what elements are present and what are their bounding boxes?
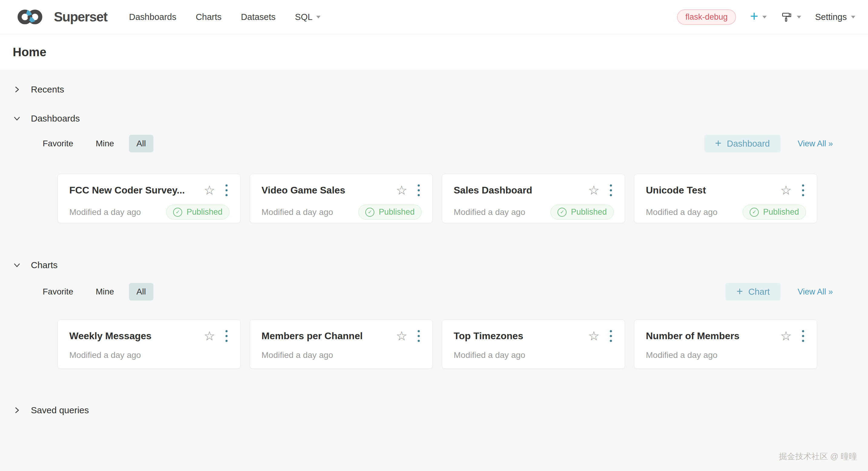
modified-text: Modified a day ago xyxy=(261,350,333,360)
published-badge-label: Published xyxy=(571,207,607,217)
chart-card-number-of-members[interactable]: Number of Members ☆ Modified a day ago xyxy=(634,319,817,369)
modified-text: Modified a day ago xyxy=(454,207,525,217)
chart-card-weekly-messages[interactable]: Weekly Messages ☆ Modified a day ago xyxy=(58,319,241,369)
card-title[interactable]: Unicode Test xyxy=(646,185,775,196)
published-badge: ✓ Published xyxy=(358,205,422,220)
check-circle-icon: ✓ xyxy=(750,208,759,217)
home-content: Recents Dashboards Favorite Mine All + D… xyxy=(0,70,868,471)
add-chart-button[interactable]: + Chart xyxy=(725,283,780,301)
caret-down-icon xyxy=(851,16,855,19)
modified-text: Modified a day ago xyxy=(454,350,525,360)
plus-icon: + xyxy=(736,286,743,297)
favorite-star-icon[interactable]: ☆ xyxy=(780,330,792,342)
dashboards-tab-all[interactable]: All xyxy=(129,135,153,153)
dashboard-card-fcc-new-coder-survey[interactable]: FCC New Coder Survey... ☆ Modified a day… xyxy=(58,174,241,223)
kebab-menu-icon[interactable] xyxy=(416,329,422,343)
kebab-menu-icon[interactable] xyxy=(800,183,806,197)
recents-section-toggle[interactable]: Recents xyxy=(13,82,64,96)
nav-item-charts[interactable]: Charts xyxy=(196,12,221,22)
favorite-star-icon[interactable]: ☆ xyxy=(204,330,215,342)
plus-icon: + xyxy=(715,138,721,149)
nav-item-datasets[interactable]: Datasets xyxy=(241,12,275,22)
dashboard-card-unicode-test[interactable]: Unicode Test ☆ Modified a day ago ✓ Publ… xyxy=(634,174,817,223)
superset-logo[interactable]: Superset xyxy=(13,7,107,26)
recents-section-label: Recents xyxy=(31,85,64,95)
favorite-star-icon[interactable]: ☆ xyxy=(396,184,407,197)
saved-queries-section-toggle[interactable]: Saved queries xyxy=(13,403,89,417)
card-title[interactable]: Sales Dashboard xyxy=(454,185,583,196)
card-title[interactable]: Top Timezones xyxy=(454,330,583,342)
modified-text: Modified a day ago xyxy=(646,207,718,217)
favorite-star-icon[interactable]: ☆ xyxy=(588,330,599,342)
paint-roller-icon xyxy=(780,11,793,23)
nav-item-sql[interactable]: SQL xyxy=(295,12,320,22)
dashboards-controls: Favorite Mine All + Dashboard View All » xyxy=(35,135,833,153)
watermark: 掘金技术社区 @ 曈曈 xyxy=(779,451,857,462)
published-badge-label: Published xyxy=(763,207,799,217)
check-circle-icon: ✓ xyxy=(557,208,566,217)
nav-item-sql-label: SQL xyxy=(295,12,313,22)
favorite-star-icon[interactable]: ☆ xyxy=(204,184,215,197)
favorite-star-icon[interactable]: ☆ xyxy=(588,184,599,197)
kebab-menu-icon[interactable] xyxy=(224,329,229,343)
chart-card-grid: Weekly Messages ☆ Modified a day ago Mem… xyxy=(58,319,817,369)
charts-actions: + Chart View All » xyxy=(725,283,833,301)
charts-controls: Favorite Mine All + Chart View All » xyxy=(35,283,833,301)
card-title[interactable]: FCC New Coder Survey... xyxy=(69,185,198,196)
chart-card-members-per-channel[interactable]: Members per Channel ☆ Modified a day ago xyxy=(250,319,433,369)
charts-view-all-link[interactable]: View All » xyxy=(798,287,833,297)
nav-item-dashboards[interactable]: Dashboards xyxy=(129,12,176,22)
environment-badge: flask-debug xyxy=(677,9,736,25)
kebab-menu-icon[interactable] xyxy=(416,183,422,197)
page-title: Home xyxy=(13,45,46,59)
theme-menu[interactable] xyxy=(780,11,801,23)
dashboards-actions: + Dashboard View All » xyxy=(704,135,833,153)
dashboards-tabs: Favorite Mine All xyxy=(35,135,153,153)
favorite-star-icon[interactable]: ☆ xyxy=(396,330,407,342)
chevron-right-icon xyxy=(13,85,21,94)
caret-down-icon xyxy=(316,16,320,19)
caret-down-icon xyxy=(797,16,801,19)
dashboards-tab-favorite[interactable]: Favorite xyxy=(35,135,81,153)
dashboards-view-all-link[interactable]: View All » xyxy=(798,139,833,148)
settings-menu[interactable]: Settings xyxy=(815,12,855,22)
card-title[interactable]: Members per Channel xyxy=(261,330,391,342)
modified-text: Modified a day ago xyxy=(69,207,141,217)
modified-text: Modified a day ago xyxy=(261,207,333,217)
published-badge: ✓ Published xyxy=(551,205,614,220)
charts-tabs: Favorite Mine All xyxy=(35,283,153,301)
settings-label: Settings xyxy=(815,12,847,22)
add-dashboard-button[interactable]: + Dashboard xyxy=(704,135,781,153)
charts-tab-favorite[interactable]: Favorite xyxy=(35,283,81,301)
card-title[interactable]: Weekly Messages xyxy=(69,330,198,342)
nav-right: flask-debug + Settings xyxy=(677,9,855,25)
charts-tab-all[interactable]: All xyxy=(129,283,153,301)
card-title[interactable]: Video Game Sales xyxy=(261,185,391,196)
brand-name: Superset xyxy=(54,9,107,25)
card-title[interactable]: Number of Members xyxy=(646,330,775,342)
published-badge-label: Published xyxy=(379,207,415,217)
chevron-down-icon xyxy=(13,114,21,123)
add-dashboard-label: Dashboard xyxy=(727,139,770,149)
charts-tab-mine[interactable]: Mine xyxy=(88,283,122,301)
add-chart-label: Chart xyxy=(748,287,770,297)
saved-queries-section-label: Saved queries xyxy=(31,405,89,415)
modified-text: Modified a day ago xyxy=(646,350,718,360)
kebab-menu-icon[interactable] xyxy=(800,329,806,343)
dashboards-section-toggle[interactable]: Dashboards xyxy=(13,111,80,126)
kebab-menu-icon[interactable] xyxy=(608,329,614,343)
kebab-menu-icon[interactable] xyxy=(608,183,614,197)
caret-down-icon xyxy=(763,16,767,19)
dashboard-card-video-game-sales[interactable]: Video Game Sales ☆ Modified a day ago ✓ … xyxy=(250,174,433,223)
dashboard-card-sales-dashboard[interactable]: Sales Dashboard ☆ Modified a day ago ✓ P… xyxy=(442,174,625,223)
new-item-menu[interactable]: + xyxy=(750,11,767,23)
dashboards-tab-mine[interactable]: Mine xyxy=(88,135,122,153)
charts-section-toggle[interactable]: Charts xyxy=(13,258,58,272)
kebab-menu-icon[interactable] xyxy=(224,183,229,197)
published-badge: ✓ Published xyxy=(166,205,229,220)
dashboard-card-grid: FCC New Coder Survey... ☆ Modified a day… xyxy=(58,174,817,223)
chart-card-top-timezones[interactable]: Top Timezones ☆ Modified a day ago xyxy=(442,319,625,369)
favorite-star-icon[interactable]: ☆ xyxy=(780,184,792,197)
nav-menu: Dashboards Charts Datasets SQL xyxy=(129,12,320,22)
check-circle-icon: ✓ xyxy=(173,208,182,217)
